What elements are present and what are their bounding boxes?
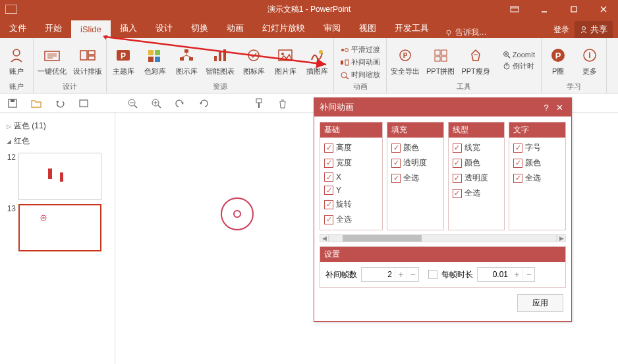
dialog-h-scrollbar[interactable]: ◀ ▶ [320,234,566,242]
ribbon-timer[interactable]: 倒计时 [501,61,537,72]
text-row-1[interactable]: ✓颜色 [512,155,563,170]
tab-transitions[interactable]: 切换 [182,18,217,38]
text-checkbox-0[interactable]: ✓ [513,143,522,153]
minimize-button[interactable] [529,0,559,18]
tab-view[interactable]: 视图 [350,18,385,38]
qat-zoom-out[interactable] [126,97,138,109]
ribbon-diagram[interactable]: 图示库 [174,45,199,76]
slide-thumb-13[interactable]: 13 [4,204,111,251]
ribbon-display-options-icon[interactable] [499,0,529,18]
share-button[interactable]: 共享 [575,21,613,38]
base-checkbox-2[interactable]: ✓ [324,172,333,182]
ribbon-tween-zoom[interactable]: 时间缩放 [338,69,382,80]
ribbon-pic[interactable]: 图片库 [273,45,298,76]
qat-redo2[interactable] [198,97,210,109]
text-checkbox-1[interactable]: ✓ [513,159,522,168]
frames-plus[interactable]: + [395,269,407,280]
base-row-4[interactable]: ✓旋转 [323,197,379,212]
base-checkbox-5[interactable]: ✓ [324,215,333,224]
base-row-3[interactable]: ✓Y [323,184,379,197]
base-row-1[interactable]: ✓宽度 [323,155,379,170]
line-row-0[interactable]: ✓线宽 [451,140,502,155]
ribbon-color[interactable]: 色彩库 [142,45,167,76]
fill-row-0[interactable]: ✓颜色 [390,140,441,155]
dialog-titlebar[interactable]: 补间动画 ? ✕ [314,98,571,117]
tab-home[interactable]: 开始 [36,18,71,38]
ribbon-illust[interactable]: 插图库 [304,45,329,76]
ribbon-export[interactable]: P安全导出 [391,45,420,76]
nav-section-blue[interactable]: ▷蓝色 (11) [4,118,111,134]
tab-islide[interactable]: iSlide [71,20,111,38]
qat-new[interactable] [78,97,90,109]
line-checkbox-2[interactable]: ✓ [453,174,462,183]
qat-format-painter[interactable] [253,97,265,109]
nav-section-red[interactable]: ◢红色 [4,134,111,149]
ribbon-icon[interactable]: 图标库 [241,45,266,76]
base-row-5[interactable]: ✓全选 [323,212,379,227]
dialog-close-button[interactable]: ✕ [553,103,566,113]
text-row-2[interactable]: ✓全选 [512,170,563,186]
scroll-thumb[interactable] [343,235,422,242]
qat-save[interactable] [7,97,18,109]
close-button[interactable] [588,0,618,18]
frames-minus[interactable]: − [407,269,418,280]
qat-undo[interactable] [54,97,66,109]
line-checkbox-1[interactable]: ✓ [453,159,462,168]
text-row-0[interactable]: ✓字号 [512,140,563,155]
ribbon-tween-anim[interactable]: 补间动画 [338,57,382,68]
ribbon-smartchart[interactable]: 智能图表 [206,45,235,76]
fill-checkbox-2[interactable]: ✓ [391,174,401,183]
tab-file[interactable]: 文件 [0,18,36,38]
tab-insert[interactable]: 插入 [111,18,146,38]
ribbon-design-layout[interactable]: 设计排版 [73,45,102,76]
tab-review[interactable]: 审阅 [314,18,350,38]
ribbon-pquan[interactable]: PP圈 [546,45,571,76]
base-row-2[interactable]: ✓X [323,170,379,184]
qat-undo2[interactable] [174,97,186,109]
ribbon-puzzle[interactable]: PPT拼图 [426,45,455,76]
scroll-left-icon[interactable]: ◀ [320,234,329,242]
base-checkbox-0[interactable]: ✓ [324,143,333,153]
frames-input[interactable] [362,270,395,279]
base-row-0[interactable]: ✓高度 [323,140,379,155]
line-row-3[interactable]: ✓全选 [451,186,502,201]
text-checkbox-2[interactable]: ✓ [513,174,522,183]
tell-me-field[interactable]: 告诉我… [438,27,493,38]
duration-enable-checkbox[interactable] [428,270,437,279]
circle-shape[interactable] [221,197,254,230]
ribbon-account[interactable]: 账户 [4,45,29,76]
tab-animations[interactable]: 动画 [217,18,253,38]
apply-button[interactable]: 应用 [517,294,563,312]
scroll-track[interactable] [329,234,557,242]
duration-field[interactable]: + − [477,267,535,282]
line-row-2[interactable]: ✓透明度 [451,170,502,186]
ribbon-zoomit[interactable]: ZoomIt [501,50,537,59]
frames-field[interactable]: + − [361,267,419,282]
fill-checkbox-0[interactable]: ✓ [391,143,401,153]
ribbon-one-click[interactable]: 一键优化 [38,45,67,76]
tab-design[interactable]: 设计 [146,18,182,38]
qat-zoom-in[interactable] [150,97,162,109]
login-button[interactable]: 登录 [548,22,575,38]
ribbon-slim[interactable]: PPT瘦身 [461,45,490,76]
fill-checkbox-1[interactable]: ✓ [391,159,401,168]
line-row-1[interactable]: ✓颜色 [451,155,502,170]
qat-open[interactable] [30,97,42,109]
tab-dev[interactable]: 开发工具 [385,18,438,38]
base-checkbox-4[interactable]: ✓ [324,200,333,209]
maximize-button[interactable] [559,0,588,18]
duration-minus[interactable]: − [522,269,534,280]
duration-plus[interactable]: + [511,269,522,280]
ribbon-more[interactable]: i更多 [577,45,602,76]
ribbon-tween-smooth[interactable]: 平滑过渡 [338,44,382,55]
fill-row-1[interactable]: ✓透明度 [390,155,441,170]
line-checkbox-3[interactable]: ✓ [453,189,462,198]
dialog-help-button[interactable]: ? [540,103,553,113]
ribbon-theme[interactable]: P主题库 [111,45,136,76]
scroll-right-icon[interactable]: ▶ [557,234,566,242]
line-checkbox-0[interactable]: ✓ [453,143,462,153]
duration-input[interactable] [478,270,511,279]
slide-thumb-12[interactable]: 12 [4,153,111,200]
fill-row-2[interactable]: ✓全选 [390,170,441,186]
base-checkbox-3[interactable]: ✓ [324,186,333,195]
